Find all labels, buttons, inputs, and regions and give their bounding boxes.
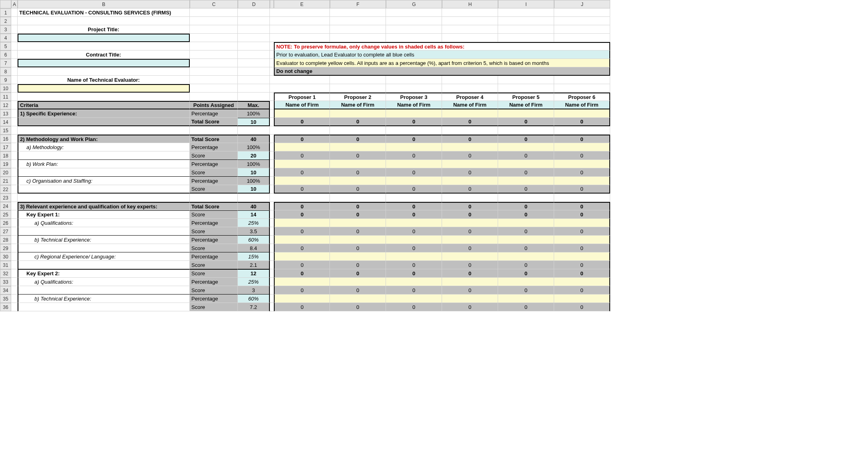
- cell-4-2[interactable]: [190, 34, 238, 42]
- proposer-3-r20[interactable]: 0: [386, 168, 442, 177]
- proposer-1-r34[interactable]: 0: [274, 286, 330, 295]
- cell-22-4[interactable]: [270, 185, 274, 194]
- cell-9-2[interactable]: [190, 76, 238, 84]
- cell-7-2[interactable]: [190, 59, 238, 67]
- proposer-6-r20[interactable]: 0: [554, 168, 610, 177]
- proposer-6-r18[interactable]: 0: [554, 151, 610, 160]
- col-header-D[interactable]: D: [238, 0, 270, 8]
- cell-28-2[interactable]: Percentage: [190, 236, 238, 244]
- cell-20-3[interactable]: 10: [238, 168, 270, 177]
- proposer-4-r18[interactable]: 0: [442, 151, 498, 160]
- proposer-6-r27[interactable]: 0: [554, 227, 610, 236]
- proposer-1-r13[interactable]: [274, 109, 330, 118]
- col-header-A[interactable]: A: [11, 0, 18, 8]
- cell-2-0[interactable]: [11, 17, 18, 25]
- cell-3-5[interactable]: [274, 25, 330, 34]
- cell-1-3[interactable]: [238, 8, 270, 17]
- cell-25-4[interactable]: [270, 210, 274, 219]
- cell-35-1[interactable]: b) Technical Experience:: [18, 295, 190, 303]
- row-header-17[interactable]: 17: [0, 143, 11, 151]
- cell-15-1[interactable]: [18, 126, 190, 135]
- proposer-4-r14[interactable]: 0: [442, 118, 498, 126]
- cell-32-0[interactable]: [11, 269, 18, 278]
- proposer-1-r30[interactable]: [274, 252, 330, 261]
- cell-2-4[interactable]: [270, 17, 274, 25]
- proposer-2-r19[interactable]: [330, 160, 386, 168]
- cell-33-1[interactable]: a) Qualifications:: [18, 278, 190, 286]
- note-yellow[interactable]: Evaluator to complete yellow cells. All …: [274, 59, 610, 67]
- row-header-3[interactable]: 3: [0, 25, 11, 34]
- proposer-3-r25[interactable]: 0: [386, 210, 442, 219]
- proposer-3-r16[interactable]: 0: [386, 135, 442, 143]
- proposer-5-r25[interactable]: 0: [498, 210, 554, 219]
- cell-20-0[interactable]: [11, 168, 18, 177]
- proposer-3-r17[interactable]: [386, 143, 442, 151]
- cell-9-5[interactable]: [274, 76, 330, 84]
- cell-15-0[interactable]: [11, 126, 18, 135]
- proposer-1-r24[interactable]: 0: [274, 202, 330, 210]
- proposer-3-r34[interactable]: 0: [386, 286, 442, 295]
- proposer-4-r24[interactable]: 0: [442, 202, 498, 210]
- col-header-I[interactable]: I: [498, 0, 554, 8]
- cell-18-1[interactable]: [18, 151, 190, 160]
- cell-6-3[interactable]: [238, 50, 270, 59]
- proposer-5-r22[interactable]: 0: [498, 185, 554, 194]
- cell-28-0[interactable]: [11, 236, 18, 244]
- cell-4-6[interactable]: [330, 34, 386, 42]
- cell-13-4[interactable]: [270, 109, 274, 118]
- proposer-3-r27[interactable]: 0: [386, 227, 442, 236]
- proposer-1-r19[interactable]: [274, 160, 330, 168]
- proposer-5-r30[interactable]: [498, 252, 554, 261]
- cell-36-3[interactable]: 7.2: [238, 303, 270, 311]
- note-blue[interactable]: Prior to evaluation, Lead Evaluator to c…: [274, 50, 610, 59]
- cell-14-4[interactable]: [270, 118, 274, 126]
- proposer-1-r17[interactable]: [274, 143, 330, 151]
- cell-13-2[interactable]: Percentage: [190, 109, 238, 118]
- cell-22-2[interactable]: Score: [190, 185, 238, 194]
- cell-34-4[interactable]: [270, 286, 274, 295]
- cell-14-1[interactable]: [18, 118, 190, 126]
- cell-5-2[interactable]: [190, 42, 238, 50]
- proposer-4-r16[interactable]: 0: [442, 135, 498, 143]
- cell-10-5[interactable]: [274, 84, 330, 93]
- cell-4-9[interactable]: [498, 34, 554, 42]
- proposer-6-r25[interactable]: 0: [554, 210, 610, 219]
- cell-18-4[interactable]: [270, 151, 274, 160]
- cell-9-3[interactable]: [238, 76, 270, 84]
- cell-6-2[interactable]: [190, 50, 238, 59]
- cell-4-8[interactable]: [442, 34, 498, 42]
- cell-26-2[interactable]: Percentage: [190, 219, 238, 227]
- proposer-6-r22[interactable]: 0: [554, 185, 610, 194]
- cell-24-0[interactable]: [11, 202, 18, 210]
- row-header-22[interactable]: 22: [0, 185, 11, 194]
- cell-1-8[interactable]: [442, 8, 498, 17]
- cell-6-0[interactable]: [11, 50, 18, 59]
- proposer-6-r31[interactable]: 0: [554, 261, 610, 269]
- col-header-G[interactable]: G: [386, 0, 442, 8]
- cell-32-3[interactable]: 12: [238, 269, 270, 278]
- proposer-1-r29[interactable]: 0: [274, 244, 330, 252]
- cell-14-2[interactable]: Total Score: [190, 118, 238, 126]
- cell-11-4[interactable]: [270, 93, 274, 101]
- cell-25-2[interactable]: Score: [190, 210, 238, 219]
- proposer-header-4[interactable]: Proposer 4: [442, 93, 498, 101]
- cell-22-3[interactable]: 10: [238, 185, 270, 194]
- cell-18-2[interactable]: Score: [190, 151, 238, 160]
- cell-8-4[interactable]: [270, 67, 274, 76]
- proposer-3-r30[interactable]: [386, 252, 442, 261]
- proposer-2-r27[interactable]: 0: [330, 227, 386, 236]
- cell-26-0[interactable]: [11, 219, 18, 227]
- cell-1-5[interactable]: [274, 8, 330, 17]
- proposer-2-r31[interactable]: 0: [330, 261, 386, 269]
- proposer-header-3[interactable]: Proposer 3: [386, 93, 442, 101]
- max-header[interactable]: Max.: [238, 101, 270, 109]
- cell-2-7[interactable]: [386, 17, 442, 25]
- proposer-3-r14[interactable]: 0: [386, 118, 442, 126]
- cell-15-2[interactable]: [190, 126, 238, 135]
- cell-9-8[interactable]: [442, 76, 498, 84]
- cell-1-10[interactable]: [554, 8, 610, 17]
- row-header-7[interactable]: 7: [0, 59, 11, 67]
- page-title[interactable]: TECHNICAL EVALUATION - CONSULTING SERVIC…: [18, 8, 190, 17]
- contract-title-label[interactable]: Contract Title:: [18, 50, 190, 59]
- cell-3-9[interactable]: [498, 25, 554, 34]
